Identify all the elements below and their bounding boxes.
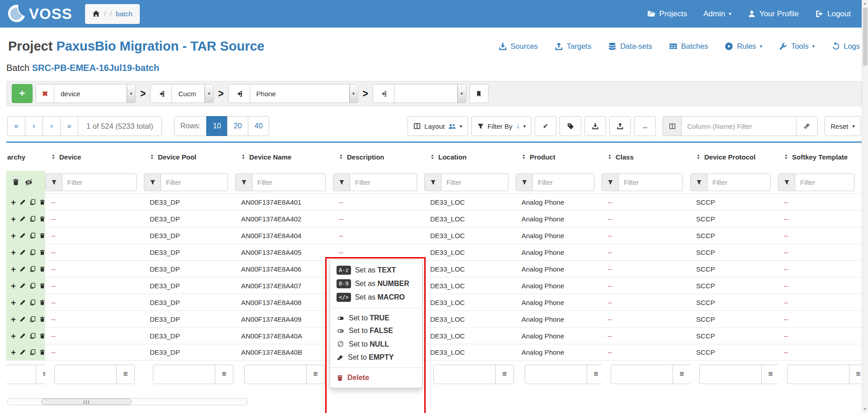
column-header-class[interactable]: Class <box>602 153 690 161</box>
cell-device[interactable]: -- <box>45 249 144 256</box>
add-row-icon[interactable]: + <box>11 231 16 240</box>
column-header-device[interactable]: Device <box>45 153 144 161</box>
funnel-icon[interactable] <box>778 174 795 191</box>
cell-class[interactable]: -- <box>602 348 690 356</box>
footer-input-device-protocol[interactable] <box>699 365 762 384</box>
table-row[interactable]: + -- DE33_DP AN00F1374E8A404 -- DE33_LOC… <box>6 227 862 244</box>
cell-menu-button[interactable]: ≡ <box>307 365 325 384</box>
cell-menu-button[interactable]: ≡ <box>849 365 862 384</box>
sort-icon[interactable] <box>241 154 246 160</box>
copy-row-icon[interactable] <box>29 282 36 289</box>
horizontal-scrollbar-thumb[interactable] <box>41 399 132 405</box>
menu-item-delete[interactable]: Delete <box>330 371 422 384</box>
delete-row-icon[interactable] <box>39 266 45 272</box>
validate-button[interactable]: ✔ <box>535 116 556 136</box>
cell-device-protocol[interactable]: SCCP <box>690 299 778 306</box>
cell-device-pool[interactable]: DE33_DP <box>144 265 235 273</box>
cell-softkey-template[interactable]: -- <box>778 232 862 239</box>
sort-icon[interactable] <box>430 154 435 160</box>
cell-device[interactable]: -- <box>45 198 144 206</box>
cell-product[interactable]: Analog Phone <box>516 232 602 239</box>
copy-row-icon[interactable] <box>29 216 36 222</box>
cell-softkey-template[interactable]: -- <box>778 198 862 206</box>
device-instance-select[interactable]: Cucm ▾ <box>171 84 213 103</box>
add-row-icon[interactable]: + <box>11 348 16 357</box>
menu-item-set-to-true[interactable]: Set to TRUE <box>330 312 422 324</box>
nav-batches[interactable]: Batches <box>669 42 708 51</box>
apply-extra-button[interactable] <box>373 84 394 103</box>
cell-softkey-template[interactable]: -- <box>778 299 862 306</box>
cell-device-pool[interactable]: DE33_DP <box>144 332 235 340</box>
cell-device-protocol[interactable]: SCCP <box>690 232 778 239</box>
cell-device-name[interactable]: AN00F1374E8A407 <box>235 282 333 290</box>
cell-device[interactable]: -- <box>45 315 144 323</box>
funnel-icon[interactable] <box>45 174 62 191</box>
funnel-icon[interactable] <box>602 174 619 191</box>
nav-your-profile[interactable]: Your Profile <box>748 9 799 19</box>
cell-product[interactable]: Analog Phone <box>516 348 602 356</box>
cell-device-pool[interactable]: DE33_DP <box>144 348 235 356</box>
edit-row-icon[interactable] <box>19 232 26 239</box>
cell-device-pool[interactable]: DE33_DP <box>144 299 235 306</box>
cell-device-protocol[interactable]: SCCP <box>690 282 778 290</box>
last-page-button[interactable]: » <box>60 116 78 136</box>
cell-description[interactable]: -- <box>333 215 424 223</box>
table-row[interactable]: + -- DE33_DP AN00F1374E8A407 -- DE33_LOC… <box>6 277 862 294</box>
nav-tools[interactable]: Tools ▾ <box>779 42 815 51</box>
cell-device-pool[interactable]: DE33_DP <box>144 249 235 256</box>
add-row-icon[interactable]: + <box>11 248 16 257</box>
remove-button[interactable]: ✖ <box>36 84 54 103</box>
apply-entity-button[interactable] <box>228 84 250 103</box>
rows-option-10[interactable]: 10 <box>206 116 228 136</box>
filter-input-device-protocol[interactable] <box>707 174 771 191</box>
delete-row-icon[interactable] <box>39 316 45 323</box>
cell-product[interactable]: Analog Phone <box>516 299 602 306</box>
table-row[interactable]: + -- DE33_DP AN00F1374E8A402 -- DE33_LOC… <box>6 210 862 227</box>
column-header-device-pool[interactable]: Device Pool <box>144 153 235 161</box>
home-icon[interactable] <box>92 10 100 18</box>
cell-device-protocol[interactable]: SCCP <box>690 332 778 340</box>
footer-input-device-name[interactable] <box>244 365 307 384</box>
edit-row-icon[interactable] <box>19 216 26 222</box>
export-button[interactable] <box>584 116 606 136</box>
clear-column-filter-button[interactable] <box>796 116 818 136</box>
delete-row-icon[interactable] <box>39 299 45 306</box>
cell-device-pool[interactable]: DE33_DP <box>144 282 235 290</box>
cell-device[interactable]: -- <box>45 232 144 239</box>
copy-row-icon[interactable] <box>29 199 36 206</box>
cell-device-protocol[interactable]: SCCP <box>690 348 778 356</box>
nav-logs[interactable]: Logs <box>831 42 860 51</box>
cell-location[interactable]: DE33_LOC <box>424 232 516 239</box>
extra-select[interactable]: ▾ <box>394 84 466 103</box>
trash-icon[interactable] <box>12 178 19 186</box>
layout-button[interactable]: Layout ▾ <box>408 116 468 136</box>
cell-product[interactable]: Analog Phone <box>516 265 602 273</box>
cell-location[interactable]: DE33_LOC <box>424 282 516 290</box>
cell-device-name[interactable]: AN00F1374E8A406 <box>235 265 333 273</box>
copy-row-icon[interactable] <box>29 266 36 272</box>
cell-location[interactable]: DE33_LOC <box>424 348 516 356</box>
delete-row-icon[interactable] <box>39 199 45 206</box>
cell-softkey-template[interactable]: -- <box>778 332 862 340</box>
filter-input-device[interactable] <box>62 174 137 191</box>
filter-input-description[interactable] <box>350 174 417 191</box>
column-name-filter-input[interactable] <box>681 116 797 136</box>
voss-logo[interactable]: VOSS <box>5 4 72 24</box>
cell-product[interactable]: Analog Phone <box>516 249 602 256</box>
filter-input-device-name[interactable] <box>252 174 326 191</box>
cell-softkey-template[interactable]: -- <box>778 315 862 323</box>
cell-device[interactable]: -- <box>45 215 144 223</box>
expand-columns-button[interactable]: ↔ <box>634 116 656 136</box>
bookmark-button[interactable] <box>470 84 489 103</box>
delete-row-icon[interactable] <box>39 333 45 339</box>
cell-class[interactable]: -- <box>602 282 690 290</box>
menu-item-set-to-empty[interactable]: Set to EMPTY <box>330 351 422 364</box>
filter-input-device-pool[interactable] <box>161 174 228 191</box>
column-header-description[interactable]: Description <box>333 153 424 161</box>
nav-admin[interactable]: Admin ▾ <box>703 9 731 19</box>
table-row[interactable]: + -- DE33_DP AN00F1374E8A406 -- DE33_LOC… <box>6 260 862 277</box>
footer-input-location[interactable] <box>433 365 496 384</box>
menu-item-set-to-null[interactable]: ∅ Set to NULL <box>330 337 422 351</box>
cell-class[interactable]: -- <box>602 215 690 223</box>
cell-softkey-template[interactable]: -- <box>778 282 862 290</box>
